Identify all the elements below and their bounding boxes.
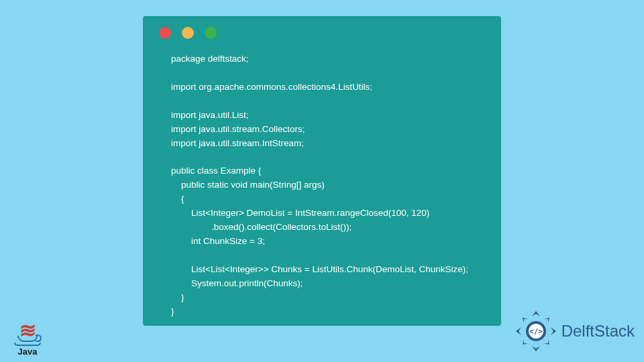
delftstack-logo-text: DelftStack — [561, 322, 635, 341]
svg-marker-2 — [532, 346, 540, 351]
window-controls — [143, 16, 501, 44]
code-content: package delftstack; import org.apache.co… — [143, 44, 501, 333]
svg-marker-5 — [544, 339, 549, 345]
delftstack-badge-icon: </> — [515, 310, 557, 353]
svg-text:</>: </> — [529, 327, 543, 336]
svg-marker-1 — [551, 327, 556, 335]
minimize-dot[interactable] — [182, 27, 194, 39]
java-steam-icon: ≋ — [19, 323, 36, 337]
svg-marker-3 — [516, 327, 521, 335]
code-window: package delftstack; import org.apache.co… — [143, 16, 501, 326]
maximize-dot[interactable] — [205, 27, 217, 39]
close-dot[interactable] — [159, 27, 171, 39]
java-saucer-icon — [14, 343, 41, 346]
java-logo: ≋ Java — [9, 307, 46, 357]
java-cup-icon — [17, 336, 38, 342]
delftstack-logo: </> DelftStack — [515, 310, 635, 353]
svg-marker-4 — [544, 318, 549, 323]
java-logo-text: Java — [18, 347, 38, 357]
svg-marker-7 — [523, 318, 528, 323]
svg-marker-6 — [523, 339, 528, 345]
svg-marker-0 — [532, 311, 540, 316]
